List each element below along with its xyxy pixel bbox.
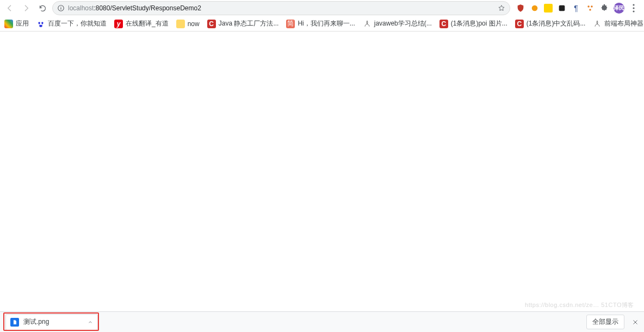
svg-point-6 (591, 5, 593, 8)
download-shelf-right: 全部显示 (586, 315, 639, 329)
download-item[interactable]: 测试.png (5, 314, 98, 330)
bookmark-item[interactable]: javaweb学习总结(... (363, 19, 432, 28)
bookmark-item[interactable]: C (1条消息)中文乱码... (515, 19, 586, 28)
page-content (0, 32, 644, 311)
back-button[interactable] (3, 2, 16, 15)
favicon-jianshu-icon: 简 (286, 20, 295, 28)
folder-icon (176, 20, 185, 28)
favicon-baidu-icon (36, 20, 45, 28)
ext-orange2-icon[interactable] (585, 3, 595, 13)
svg-rect-4 (559, 5, 565, 11)
address-bar[interactable]: localhost:8080/ServletStudy/ResponseDemo… (52, 1, 510, 15)
bookmark-item[interactable]: C Java 静态工厂方法... (207, 19, 279, 28)
svg-point-5 (587, 5, 590, 8)
forward-button[interactable] (20, 2, 33, 15)
favicon-youdao-icon: y (114, 20, 123, 28)
bookmark-folder[interactable]: now (176, 20, 200, 28)
favicon-page-icon (363, 20, 371, 28)
favicon-csdn-icon: C (207, 20, 216, 28)
svg-point-7 (589, 9, 591, 11)
bookmark-label: Java 静态工厂方法... (219, 19, 279, 28)
apps-label: 应用 (16, 19, 29, 28)
svg-point-10 (633, 10, 634, 12)
apps-shortcut[interactable]: 应用 (4, 19, 29, 28)
extension-icons: ¶ 泽民 (513, 3, 641, 14)
svg-point-8 (633, 4, 634, 5)
reload-button[interactable] (36, 2, 49, 15)
bookmark-item[interactable]: C (1条消息)poi 图片... (439, 19, 507, 28)
profile-avatar[interactable]: 泽民 (614, 3, 624, 14)
ext-orange-icon[interactable] (530, 3, 540, 13)
bookmark-label: 前端布局神器displ... (604, 19, 644, 28)
ext-yellow-icon[interactable] (544, 4, 553, 12)
bookmark-item[interactable]: 前端布局神器displ... (593, 19, 644, 28)
bookmark-label: javaweb学习总结(... (374, 19, 432, 28)
favicon-csdn-icon: C (439, 20, 448, 28)
ext-dark-icon[interactable] (557, 3, 567, 13)
show-all-downloads-button[interactable]: 全部显示 (586, 315, 624, 329)
url-text: localhost:8080/ServletStudy/ResponseDemo… (68, 4, 201, 12)
bookmark-item[interactable]: 百度一下，你就知道 (36, 19, 107, 28)
file-icon (10, 318, 19, 327)
download-shelf: 测试.png 全部显示 (0, 311, 644, 332)
svg-point-3 (532, 5, 538, 11)
bookmark-label: (1条消息)中文乱码... (527, 19, 586, 28)
bookmark-star-icon[interactable] (498, 4, 505, 12)
favicon-page-icon (593, 20, 602, 28)
bookmark-label: now (188, 20, 200, 28)
chevron-up-icon[interactable] (88, 320, 93, 325)
bookmark-label: Hi，我们再来聊一... (298, 19, 355, 28)
bookmarks-bar: 应用 百度一下，你就知道 y 在线翻译_有道 now C Java 静态工厂方法… (0, 16, 644, 32)
ext-pilcrow-icon[interactable]: ¶ (571, 3, 581, 13)
favicon-csdn-icon: C (515, 20, 524, 28)
bookmark-label: (1条消息)poi 图片... (451, 19, 507, 28)
extensions-puzzle-icon[interactable] (599, 3, 609, 13)
svg-point-9 (633, 7, 634, 9)
apps-icon (4, 20, 13, 28)
browser-toolbar: localhost:8080/ServletStudy/ResponseDemo… (0, 0, 644, 16)
site-info-icon[interactable] (57, 4, 65, 12)
watermark-text: https://blog.csdn.net/ze… 51CTO博客 (525, 301, 634, 309)
bookmark-item[interactable]: y 在线翻译_有道 (114, 19, 169, 28)
bookmark-item[interactable]: 简 Hi，我们再来聊一... (286, 19, 355, 28)
bookmark-label: 在线翻译_有道 (126, 19, 169, 28)
bookmark-label: 百度一下，你就知道 (48, 19, 107, 28)
ext-shield-icon[interactable] (516, 3, 525, 13)
close-shelf-button[interactable] (632, 319, 639, 325)
download-filename: 测试.png (23, 317, 49, 327)
chrome-menu-button[interactable] (629, 4, 639, 12)
